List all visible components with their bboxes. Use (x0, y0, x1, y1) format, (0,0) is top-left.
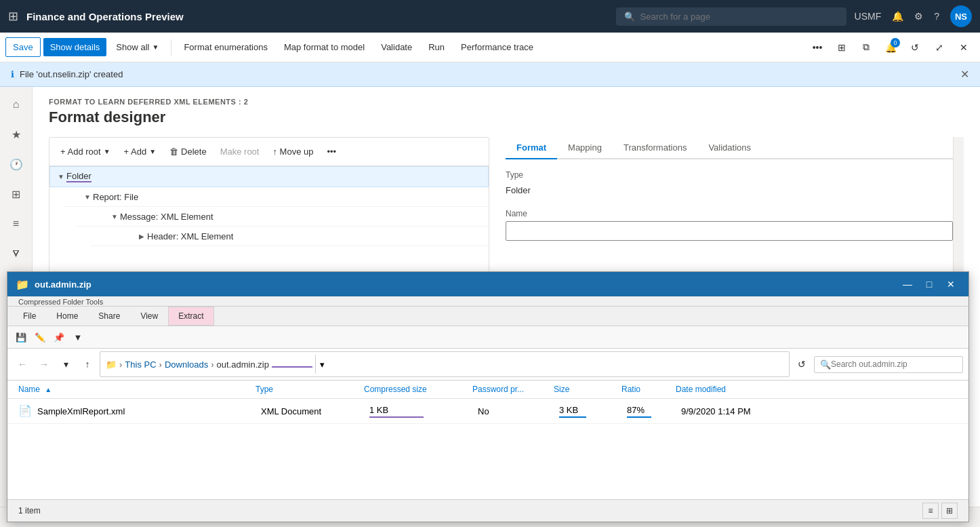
settings-icon[interactable]: ⚙ (914, 11, 923, 22)
make-root-button[interactable]: Make root (215, 143, 265, 160)
close-button[interactable]: ✕ (953, 37, 975, 58)
user-avatar[interactable]: NS (950, 5, 972, 27)
file-icon: 📄 (18, 404, 32, 418)
tree-toggle-report[interactable]: ▼ (82, 191, 93, 202)
address-refresh-button[interactable]: ↺ (792, 355, 811, 374)
more-tree-options-button[interactable]: ••• (321, 143, 342, 160)
path-current: out.admin.zip (217, 359, 312, 370)
close-window-button[interactable]: ✕ (941, 275, 960, 294)
forward-button[interactable]: → (35, 355, 54, 374)
show-all-chevron-icon: ▼ (152, 43, 159, 51)
save-button[interactable]: Save (5, 37, 41, 57)
quick-bookmark-icon[interactable]: 📌 (51, 329, 67, 345)
quick-undo-icon[interactable]: ✏️ (32, 329, 48, 345)
sidebar-item-modules[interactable]: ≡ (4, 212, 28, 236)
type-field: Type Folder (506, 170, 953, 198)
format-enumerations-button[interactable]: Format enumerations (177, 38, 274, 56)
tree-node-report[interactable]: ▼ Report: File (63, 187, 489, 207)
details-view-button[interactable]: ≡ (922, 503, 939, 519)
open-external-icon[interactable]: ⧉ (855, 37, 877, 58)
global-search[interactable]: 🔍 (616, 7, 846, 26)
tab-transformations[interactable]: Transformations (613, 137, 697, 159)
add-root-button[interactable]: + Add root ▼ (55, 143, 116, 160)
search-glass-icon: 🔍 (820, 359, 831, 370)
tree-toggle-folder[interactable]: ▼ (56, 172, 66, 182)
tree-toolbar: + Add root ▼ + Add ▼ 🗑 Delete Make root (49, 138, 489, 166)
tab-mapping[interactable]: Mapping (557, 137, 613, 159)
ribbon-tabs: File Home Share View Extract (7, 307, 968, 326)
ribbon-tab-home[interactable]: Home (46, 307, 88, 326)
run-button[interactable]: Run (422, 38, 451, 56)
page-header: FORMAT TO LEARN DEFERRED XML ELEMENTS : … (33, 87, 980, 126)
view-icons: ≡ ⊞ (922, 503, 958, 519)
compressed-size-underline (369, 416, 424, 418)
quick-more-icon[interactable]: ▼ (70, 329, 86, 345)
page-title: Format designer (49, 109, 964, 126)
performance-trace-button[interactable]: Performance trace (454, 38, 540, 56)
map-format-button[interactable]: Map format to model (277, 38, 371, 56)
show-all-button[interactable]: Show all ▼ (109, 38, 165, 56)
sidebar-item-recent[interactable]: 🕐 (4, 152, 28, 176)
top-navigation: ⊞ Finance and Operations Preview 🔍 USMF … (0, 0, 980, 33)
tree-toggle-header[interactable]: ▶ (136, 231, 147, 241)
validate-button[interactable]: Validate (374, 38, 419, 56)
col-name[interactable]: Name ▲ (18, 383, 256, 395)
file-row[interactable]: 📄 SampleXmlReport.xml XML Document 1 KB … (7, 399, 968, 424)
filter-icon[interactable]: ⛛ (4, 241, 28, 266)
name-input[interactable] (506, 221, 953, 241)
notification-text: File 'out.nselin.zip' created (20, 69, 123, 79)
search-input-fe[interactable] (831, 359, 953, 369)
grid-menu-icon[interactable]: ⊞ (8, 9, 18, 24)
help-icon[interactable]: ? (934, 11, 939, 22)
up-button[interactable]: ↑ (78, 355, 97, 374)
layout-icon[interactable]: ⊞ (831, 37, 853, 58)
notification-close-button[interactable]: ✕ (960, 68, 969, 81)
ribbon-tab-share[interactable]: Share (88, 307, 130, 326)
path-dropdown-button[interactable]: ▾ (315, 355, 329, 374)
col-date[interactable]: Date modified (676, 383, 958, 395)
col-ratio[interactable]: Ratio (621, 383, 676, 395)
tree-node-folder[interactable]: ▼ Folder (49, 166, 489, 187)
path-downloads[interactable]: Downloads (165, 359, 208, 370)
col-size[interactable]: Size (554, 383, 621, 395)
refresh-button[interactable]: ↺ (904, 37, 926, 58)
ribbon-tab-extract[interactable]: Extract (168, 307, 213, 326)
large-icon-view-button[interactable]: ⊞ (941, 503, 958, 519)
tab-format[interactable]: Format (506, 137, 557, 159)
tab-validations[interactable]: Validations (697, 137, 762, 159)
col-type[interactable]: Type (256, 383, 364, 395)
maximize-button[interactable]: □ (920, 275, 939, 294)
show-details-button[interactable]: Show details (43, 38, 107, 56)
tree-label-message: Message: XML Element (120, 212, 213, 222)
sidebar-item-favorites[interactable]: ★ (4, 122, 28, 147)
search-bar[interactable]: 🔍 (814, 356, 963, 373)
minimize-button[interactable]: — (898, 275, 917, 294)
more-options-button[interactable]: ••• (807, 37, 828, 58)
path-bar[interactable]: 📁 › This PC › Downloads › out.admin.zip … (100, 351, 790, 377)
info-icon: ℹ (11, 69, 14, 79)
tree-node-message[interactable]: ▼ Message: XML Element (77, 207, 489, 227)
status-bar: 1 item ≡ ⊞ (7, 499, 968, 522)
bell-icon[interactable]: 🔔 (892, 11, 903, 22)
sidebar-item-home[interactable]: ⌂ (4, 92, 28, 117)
quick-save-icon[interactable]: 💾 (13, 329, 29, 345)
search-input[interactable] (640, 12, 830, 22)
col-password[interactable]: Password pr... (472, 383, 554, 395)
toolbar-right: ••• ⊞ ⧉ 🔔 0 ↺ ⤢ ✕ (807, 37, 975, 58)
delete-button[interactable]: 🗑 Delete (164, 143, 212, 160)
tree-node-header[interactable]: ▶ Header: XML Element (90, 227, 489, 246)
sidebar-item-workspaces[interactable]: ⊞ (4, 182, 28, 206)
col-compressed-size[interactable]: Compressed size (364, 383, 472, 395)
down-button[interactable]: ▾ (56, 355, 75, 374)
path-this-pc[interactable]: This PC (125, 359, 156, 370)
add-button[interactable]: + Add ▼ (119, 143, 162, 160)
file-explorer-titlebar: 📁 out.admin.zip — □ ✕ (7, 272, 968, 296)
back-button[interactable]: ← (13, 355, 32, 374)
move-up-button[interactable]: ↑ Move up (267, 143, 319, 160)
ribbon-tab-file[interactable]: File (13, 307, 46, 326)
compressed-folder-tools-label: Compressed Folder Tools (7, 296, 968, 307)
tree-toggle-message[interactable]: ▼ (109, 211, 120, 222)
ribbon-tab-view[interactable]: View (130, 307, 168, 326)
expand-button[interactable]: ⤢ (928, 37, 950, 58)
app-title: Finance and Operations Preview (26, 11, 608, 22)
